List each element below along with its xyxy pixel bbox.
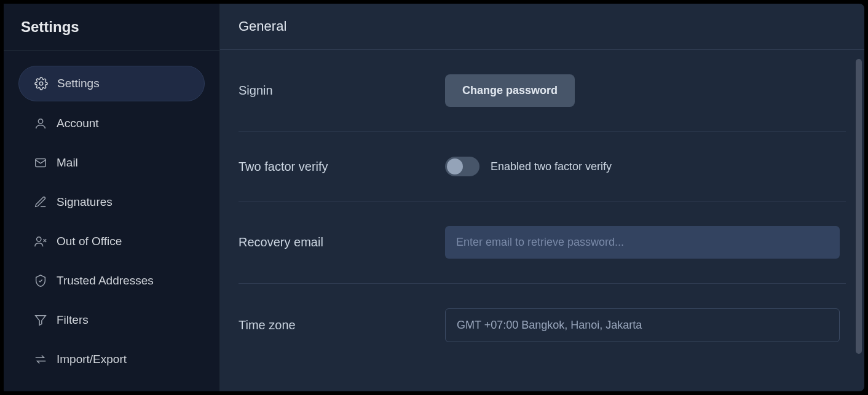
change-password-button[interactable]: Change password (445, 74, 575, 107)
sidebar: Settings Settings Account Mail (4, 4, 220, 391)
two-factor-label: Two factor verify (239, 160, 445, 174)
main-body: Signin Change password Two factor verify… (220, 50, 864, 391)
sidebar-item-label: Account (57, 117, 99, 130)
signin-label: Signin (239, 84, 445, 98)
page-title: General (239, 18, 846, 34)
sidebar-item-filters[interactable]: Filters (18, 303, 205, 337)
sidebar-item-import-export[interactable]: Import/Export (18, 342, 205, 377)
sidebar-item-label: Signatures (57, 195, 112, 209)
section-timezone: Time zone GMT +07:00 Bangkok, Hanoi, Jak… (239, 284, 846, 367)
recovery-email-input[interactable] (445, 226, 840, 259)
main-header: General (220, 4, 864, 50)
sidebar-item-label: Settings (57, 77, 100, 90)
section-two-factor: Two factor verify Enabled two factor ver… (239, 132, 846, 201)
swap-icon (33, 352, 48, 367)
sidebar-item-trusted-addresses[interactable]: Trusted Addresses (18, 264, 205, 298)
section-recovery-email: Recovery email (239, 201, 846, 284)
sidebar-title: Settings (21, 18, 202, 36)
svg-rect-2 (36, 159, 46, 167)
svg-point-1 (38, 119, 42, 123)
user-x-icon (33, 234, 48, 249)
edit-icon (33, 195, 48, 209)
sidebar-item-settings[interactable]: Settings (18, 66, 205, 101)
scrollbar[interactable] (856, 59, 862, 354)
main-panel: General Signin Change password Two facto… (220, 4, 864, 391)
timezone-select[interactable]: GMT +07:00 Bangkok, Hanoi, Jakarta (445, 308, 840, 342)
svg-point-0 (39, 82, 43, 85)
sidebar-item-label: Out of Office (57, 235, 122, 248)
sidebar-item-mail[interactable]: Mail (18, 146, 205, 180)
mail-icon (33, 155, 48, 170)
toggle-knob (447, 158, 463, 174)
recovery-label: Recovery email (239, 235, 445, 249)
sidebar-item-label: Trusted Addresses (57, 274, 154, 287)
shield-check-icon (33, 273, 48, 288)
section-signin: Signin Change password (239, 50, 846, 132)
sidebar-header: Settings (4, 4, 219, 51)
sidebar-item-account[interactable]: Account (18, 106, 205, 141)
two-factor-toggle-label: Enabled two factor verify (491, 160, 612, 173)
svg-point-3 (37, 237, 41, 241)
timezone-label: Time zone (239, 318, 445, 332)
sidebar-item-out-of-office[interactable]: Out of Office (18, 224, 205, 259)
sidebar-item-label: Import/Export (57, 353, 127, 366)
user-icon (33, 116, 48, 131)
sidebar-item-signatures[interactable]: Signatures (18, 185, 205, 219)
two-factor-toggle[interactable] (445, 157, 479, 176)
sidebar-item-label: Mail (57, 156, 78, 170)
sidebar-nav: Settings Account Mail Signatures (4, 51, 219, 391)
funnel-icon (33, 313, 48, 327)
gear-icon (34, 76, 49, 91)
sidebar-item-label: Filters (57, 313, 89, 327)
